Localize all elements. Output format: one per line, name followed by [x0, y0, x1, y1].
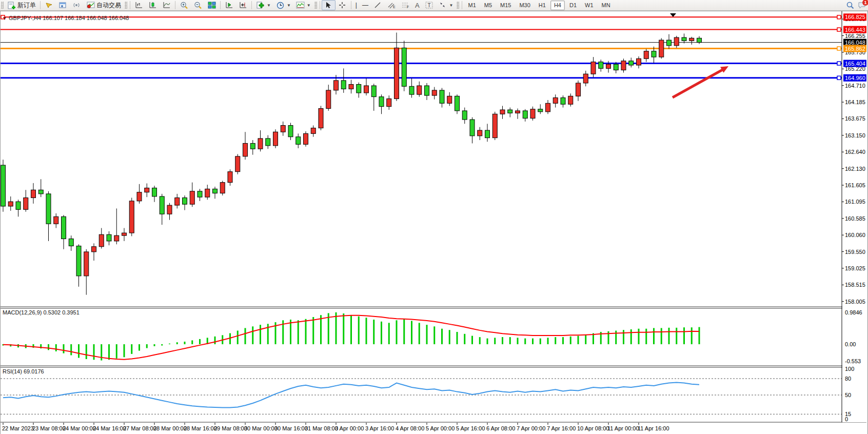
- bull-candle: [326, 90, 331, 109]
- bull-candle: [304, 133, 308, 144]
- time-marker-icon[interactable]: [670, 13, 676, 17]
- price-tick-label: 159.025: [845, 265, 865, 271]
- fibonacci-button[interactable]: F: [399, 0, 412, 10]
- navigator-button[interactable]: [70, 0, 84, 10]
- line-anchor[interactable]: [837, 28, 841, 31]
- symbol-dropdown-icon[interactable]: ▼: [2, 15, 7, 21]
- arrows-button[interactable]: ▼: [436, 0, 456, 10]
- bull-candle: [530, 109, 535, 119]
- horizontal-line-icon: —: [362, 2, 368, 9]
- periods-button[interactable]: ▼: [273, 0, 293, 10]
- timeframe-M30[interactable]: M30: [516, 1, 534, 10]
- price-tick-label: 161.605: [845, 182, 865, 188]
- trendline-button[interactable]: [371, 0, 385, 10]
- channel-button[interactable]: E: [385, 0, 399, 10]
- rsi-axis-label: 0: [845, 416, 848, 422]
- bear-candle: [455, 96, 460, 111]
- price-tick-label: 163.150: [845, 132, 865, 139]
- bull-candle: [281, 125, 285, 132]
- bear-candle: [1, 165, 6, 206]
- crosshair-button[interactable]: [336, 0, 349, 10]
- price-tag-label: 165.404: [845, 61, 865, 67]
- bull-candle: [387, 98, 391, 106]
- bull-candle: [478, 130, 482, 136]
- indicators-button[interactable]: ▼: [253, 0, 273, 10]
- navigator-icon: [72, 2, 81, 9]
- timeframe-W1[interactable]: W1: [581, 1, 597, 10]
- bear-candle: [250, 143, 255, 149]
- price-tick-label: 164.710: [845, 83, 865, 89]
- bull-candle: [92, 247, 96, 252]
- bear-candle: [538, 109, 543, 112]
- text-button[interactable]: A: [412, 0, 422, 10]
- macd-axis-label: -0.553: [845, 358, 861, 364]
- market-watch-button[interactable]: [42, 0, 56, 10]
- zoom-out-button[interactable]: [191, 0, 205, 10]
- bear-candle: [296, 137, 301, 145]
- bear-candle: [523, 111, 527, 119]
- horizontal-line-button[interactable]: —: [360, 0, 371, 10]
- price-tag-label: 166.443: [845, 27, 865, 33]
- trend-arrow[interactable]: [673, 66, 728, 97]
- price-tick-label: 166.255: [845, 33, 865, 39]
- zoom-in-button[interactable]: [177, 0, 191, 10]
- timeframe-MN[interactable]: MN: [598, 1, 614, 10]
- auto-scroll-button[interactable]: [222, 0, 236, 10]
- bear-candle: [69, 239, 73, 246]
- line-anchor[interactable]: [837, 76, 841, 80]
- main-toolbar: 新订单 自动交易: [0, 0, 868, 11]
- price-chart[interactable]: ▼GBPJPY-,H4 166.107 166.184 166.048 166.…: [1, 11, 866, 433]
- bull-candle: [364, 86, 369, 93]
- rsi-pane: RSI(14) 69.0176: [1, 368, 842, 414]
- horizontal-level-lines[interactable]: [1, 17, 842, 77]
- bear-candle: [652, 51, 656, 57]
- vertical-line-icon: |: [356, 2, 357, 9]
- cursor-button[interactable]: [322, 0, 336, 10]
- chart-shift-button[interactable]: [236, 0, 250, 10]
- line-anchor[interactable]: [837, 62, 841, 65]
- price-tick-label: 162.130: [845, 166, 865, 172]
- candlestick-chart-button[interactable]: [146, 0, 160, 10]
- bear-candle: [357, 84, 361, 93]
- timeframe-H4[interactable]: H4: [550, 1, 565, 10]
- text-label-button[interactable]: T: [422, 0, 436, 10]
- chat-icon[interactable]: 1: [857, 2, 866, 9]
- timeframe-H1[interactable]: H1: [535, 1, 549, 10]
- bull-candle: [644, 51, 648, 59]
- trend-arrow-line[interactable]: [673, 69, 724, 97]
- toolbar-separator: [220, 1, 221, 9]
- chart-shift-icon: [239, 2, 247, 9]
- new-order-button[interactable]: 新订单: [5, 0, 38, 10]
- channel-icon: E: [387, 2, 396, 9]
- bar-chart-button[interactable]: [132, 0, 146, 10]
- bear-candle: [697, 38, 702, 42]
- price-tag-label: 164.960: [845, 75, 865, 81]
- bull-candle: [417, 86, 422, 94]
- date-label: 30 Mar 00:00: [244, 425, 278, 431]
- bull-candle: [129, 201, 134, 233]
- chart-area[interactable]: ▼GBPJPY-,H4 166.107 166.184 166.048 166.…: [0, 11, 868, 434]
- timeframe-M15[interactable]: M15: [497, 1, 515, 10]
- vertical-line-button[interactable]: |: [353, 0, 360, 10]
- bull-candle: [583, 74, 588, 83]
- data-window-button[interactable]: [56, 0, 70, 10]
- autotrade-button[interactable]: 自动交易: [84, 0, 124, 10]
- bull-candle: [243, 143, 248, 156]
- date-label: 7 Apr 16:00: [547, 425, 576, 431]
- timeframe-D1[interactable]: D1: [566, 1, 580, 10]
- bear-candle: [76, 246, 81, 275]
- bull-candle: [228, 172, 232, 183]
- timeframe-M5[interactable]: M5: [481, 1, 496, 10]
- date-label: 22 Mar 2023: [2, 425, 34, 431]
- price-tick-label: 158.005: [845, 299, 865, 305]
- template-button[interactable]: ▼: [293, 0, 313, 10]
- line-chart-button[interactable]: [160, 0, 173, 10]
- tile-windows-button[interactable]: [205, 0, 219, 10]
- bull-candle: [137, 192, 142, 201]
- toolbar-separator: [251, 1, 252, 9]
- search-icon[interactable]: [845, 2, 854, 9]
- line-anchor[interactable]: [837, 15, 841, 19]
- timeframe-M1[interactable]: M1: [464, 1, 479, 10]
- bear-candle: [183, 198, 187, 204]
- line-anchor[interactable]: [837, 47, 841, 50]
